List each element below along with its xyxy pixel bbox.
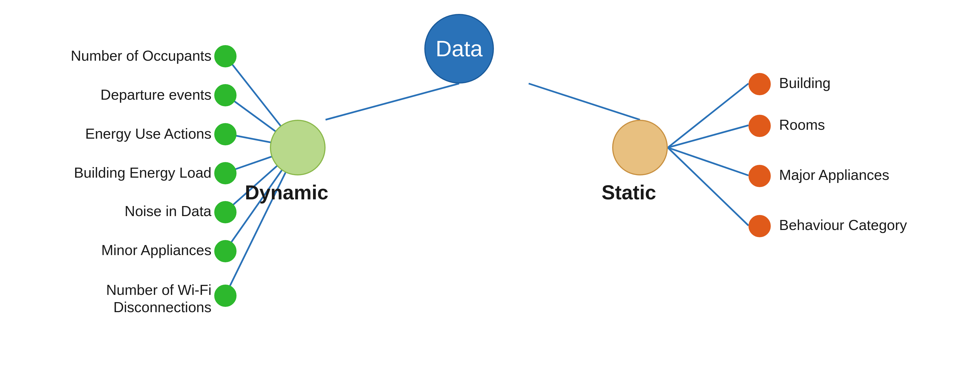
building-node bbox=[748, 73, 771, 95]
departure-node bbox=[214, 84, 237, 106]
wifi-label: Number of Wi-FiDisconnections bbox=[56, 281, 212, 316]
diagram-container: Data Dynamic Static Number of Occupants … bbox=[0, 0, 980, 367]
svg-line-7 bbox=[326, 83, 459, 120]
svg-line-10 bbox=[668, 125, 748, 148]
wifi-node bbox=[214, 285, 237, 307]
dynamic-hub-label: Dynamic bbox=[245, 181, 328, 204]
rooms-node bbox=[748, 115, 771, 137]
static-hub-node bbox=[612, 120, 668, 176]
data-center-node: Data bbox=[424, 14, 494, 83]
noise-node bbox=[214, 201, 237, 223]
major-appliances-node bbox=[748, 165, 771, 187]
data-center-label: Data bbox=[436, 36, 483, 62]
behaviour-node bbox=[748, 215, 771, 237]
building-load-node bbox=[214, 162, 237, 184]
rooms-label: Rooms bbox=[779, 116, 825, 133]
noise-label: Noise in Data bbox=[92, 203, 212, 219]
minor-appliances-node bbox=[214, 240, 237, 262]
occupants-node bbox=[214, 45, 237, 67]
svg-line-9 bbox=[668, 83, 748, 148]
major-appliances-label: Major Appliances bbox=[779, 166, 889, 183]
energy-use-label: Energy Use Actions bbox=[64, 125, 212, 142]
dynamic-hub-node bbox=[270, 120, 326, 176]
building-label: Building bbox=[779, 75, 830, 91]
svg-line-8 bbox=[529, 83, 640, 120]
svg-line-11 bbox=[668, 148, 748, 176]
svg-line-12 bbox=[668, 148, 748, 225]
energy-use-node bbox=[214, 123, 237, 145]
minor-appliances-label: Minor Appliances bbox=[72, 242, 212, 258]
occupants-label: Number of Occupants bbox=[56, 47, 212, 64]
static-hub-label: Static bbox=[587, 181, 671, 204]
building-load-label: Building Energy Load bbox=[45, 164, 212, 181]
departure-label: Departure events bbox=[70, 86, 212, 103]
behaviour-label: Behaviour Category bbox=[779, 217, 907, 233]
